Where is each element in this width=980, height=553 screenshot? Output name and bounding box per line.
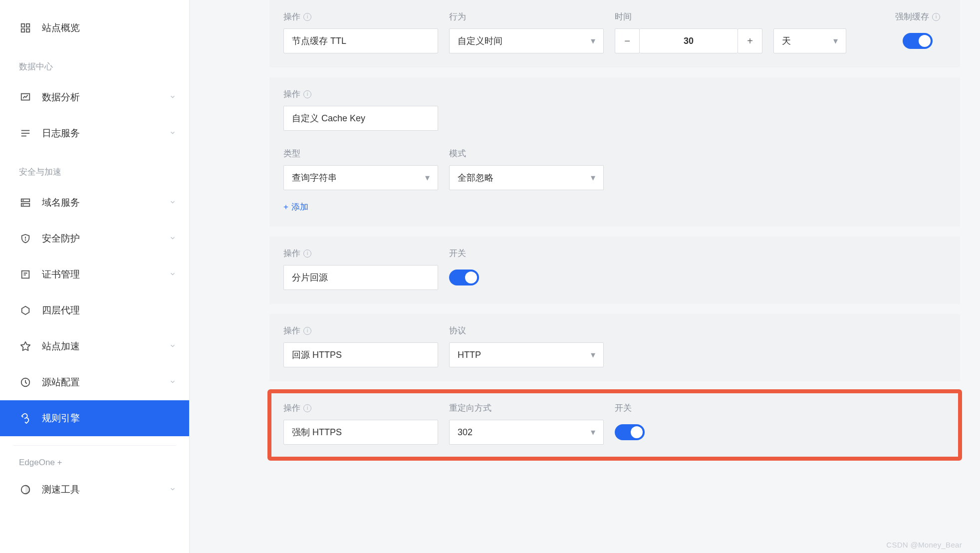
chevron-down-icon <box>169 341 176 352</box>
sidebar-item-label: 数据分析 <box>42 91 80 104</box>
label-behavior: 行为 <box>449 11 604 22</box>
sidebar: 站点概览 数据中心 数据分析 日志服务 安全与加速 域名服务 安全防护 <box>0 0 190 553</box>
sidebar-item-analytics[interactable]: 数据分析 <box>0 79 189 115</box>
label-action: 操作i <box>283 402 438 414</box>
rule-card-force-https: 操作i 强制 HTTPS 重定向方式 302 ▾ 开关 <box>269 391 960 459</box>
main-content: 操作i 节点缓存 TTL 行为 自定义时间 ▾ 时间 − 30 + <box>190 0 980 553</box>
sidebar-item-domain[interactable]: 域名服务 <box>0 185 189 221</box>
force-https-toggle[interactable] <box>615 424 645 440</box>
action-value[interactable]: 回源 HTTPS <box>283 342 438 367</box>
chevron-down-icon <box>169 92 176 103</box>
action-value[interactable]: 分片回源 <box>283 265 438 290</box>
sidebar-group-security: 安全与加速 <box>0 151 189 185</box>
rule-card-cachekey: 操作i 自定义 Cache Key 类型 查询字符串 ▾ 模式 全部忽略 ▾ <box>269 77 960 227</box>
label-unit-spacer <box>773 12 846 22</box>
proxy-icon <box>19 304 32 317</box>
label-type: 类型 <box>283 148 438 159</box>
label-action: 操作i <box>283 325 438 336</box>
info-icon: i <box>932 13 940 21</box>
speedtest-icon <box>19 483 32 496</box>
chevron-down-icon <box>169 197 176 208</box>
sidebar-item-label: 证书管理 <box>42 268 80 281</box>
range-toggle[interactable] <box>449 270 479 285</box>
svg-rect-1 <box>26 24 29 27</box>
origin-icon <box>19 376 32 389</box>
shield-icon <box>19 232 32 245</box>
sidebar-item-label: 源站配置 <box>42 376 80 389</box>
sidebar-item-label: 测速工具 <box>42 483 80 496</box>
chevron-down-icon <box>169 269 176 280</box>
sidebar-item-label: 安全防护 <box>42 232 80 245</box>
caret-down-icon: ▾ <box>591 172 595 183</box>
rule-card-range: 操作i 分片回源 开关 <box>269 237 960 304</box>
info-icon: i <box>303 327 311 335</box>
certificate-icon <box>19 268 32 281</box>
watermark: CSDN @Money_Bear <box>886 541 962 549</box>
overview-icon <box>19 21 32 34</box>
sidebar-item-accel[interactable]: 站点加速 <box>0 328 189 364</box>
force-cache-toggle[interactable] <box>903 33 933 49</box>
label-switch: 开关 <box>449 248 479 259</box>
type-select[interactable]: 查询字符串 ▾ <box>283 165 438 190</box>
protocol-select[interactable]: HTTP ▾ <box>449 342 604 367</box>
svg-point-10 <box>23 200 23 201</box>
rule-engine-icon <box>19 412 32 425</box>
sidebar-item-rule-engine[interactable]: 规则引擎 <box>0 400 189 436</box>
rule-card-origin-https: 操作i 回源 HTTPS 协议 HTTP ▾ <box>269 314 960 381</box>
plus-icon: + <box>283 202 288 212</box>
sidebar-item-speedtest[interactable]: 测速工具 <box>0 472 189 508</box>
chevron-down-icon <box>169 377 176 388</box>
info-icon: i <box>303 90 311 98</box>
sidebar-item-label: 站点加速 <box>42 340 80 353</box>
time-value[interactable]: 30 <box>640 28 737 53</box>
label-force-cache: 强制缓存i <box>895 11 940 22</box>
sidebar-group-data: 数据中心 <box>0 46 189 79</box>
sidebar-item-label: 日志服务 <box>42 127 80 140</box>
label-protocol: 协议 <box>449 325 604 336</box>
info-icon: i <box>303 404 311 412</box>
add-link[interactable]: + 添加 <box>283 201 308 213</box>
caret-down-icon: ▾ <box>591 35 595 46</box>
behavior-select[interactable]: 自定义时间 ▾ <box>449 28 604 53</box>
info-icon: i <box>303 250 311 258</box>
info-icon: i <box>303 13 311 21</box>
svg-marker-15 <box>21 342 30 350</box>
stepper-minus[interactable]: − <box>615 28 640 53</box>
unit-select[interactable]: 天 ▾ <box>773 28 846 53</box>
action-value[interactable]: 自定义 Cache Key <box>283 106 438 131</box>
label-time: 时间 <box>615 11 762 22</box>
sidebar-item-cert[interactable]: 证书管理 <box>0 257 189 292</box>
stepper-plus[interactable]: + <box>737 28 762 53</box>
action-value[interactable]: 强制 HTTPS <box>283 420 438 445</box>
svg-point-12 <box>25 240 26 240</box>
sidebar-item-logs[interactable]: 日志服务 <box>0 115 189 151</box>
label-mode: 模式 <box>449 148 604 159</box>
sidebar-item-overview[interactable]: 站点概览 <box>0 10 189 46</box>
label-redirect: 重定向方式 <box>449 402 604 414</box>
svg-rect-2 <box>21 29 24 32</box>
sidebar-item-label: 站点概览 <box>42 21 80 34</box>
mode-select[interactable]: 全部忽略 ▾ <box>449 165 604 190</box>
logs-icon <box>19 127 32 140</box>
label-action: 操作i <box>283 11 438 22</box>
caret-down-icon: ▾ <box>833 35 838 46</box>
svg-marker-14 <box>22 306 29 315</box>
sidebar-item-label: 规则引擎 <box>42 412 80 425</box>
svg-rect-3 <box>26 29 29 32</box>
label-switch: 开关 <box>615 402 645 414</box>
caret-down-icon: ▾ <box>591 427 595 438</box>
time-stepper: − 30 + <box>615 28 762 53</box>
sidebar-item-label: 域名服务 <box>42 196 80 209</box>
svg-point-11 <box>23 205 23 205</box>
chevron-down-icon <box>169 484 176 495</box>
chevron-down-icon <box>169 233 176 244</box>
action-value[interactable]: 节点缓存 TTL <box>283 28 438 53</box>
svg-rect-0 <box>21 24 24 27</box>
redirect-select[interactable]: 302 ▾ <box>449 420 604 445</box>
sidebar-item-origin[interactable]: 源站配置 <box>0 364 189 400</box>
analytics-icon <box>19 91 32 104</box>
sidebar-edgeone-label: EdgeOne + <box>0 446 189 472</box>
sidebar-item-security[interactable]: 安全防护 <box>0 221 189 257</box>
sidebar-item-l4proxy[interactable]: 四层代理 <box>0 292 189 328</box>
label-action: 操作i <box>283 88 946 100</box>
